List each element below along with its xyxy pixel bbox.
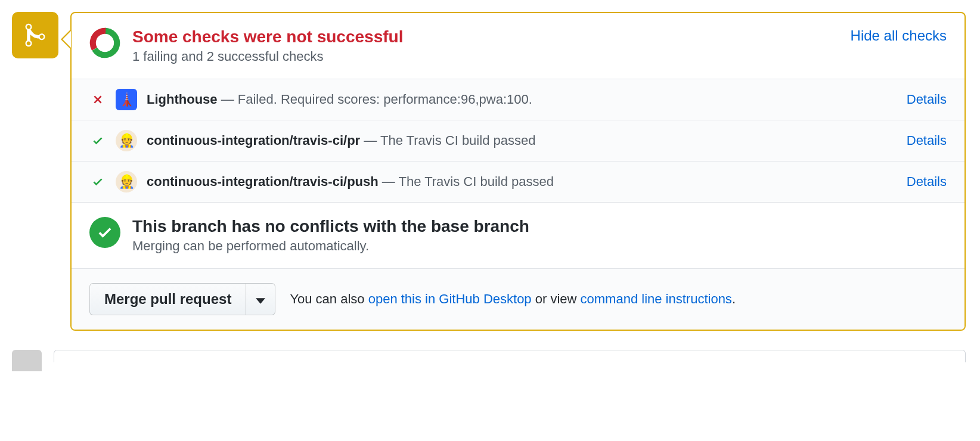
no-conflicts-subtitle: Merging can be performed automatically. bbox=[132, 238, 529, 254]
checks-summary-subtitle: 1 failing and 2 successful checks bbox=[132, 49, 839, 64]
check-details-link[interactable]: Details bbox=[907, 133, 947, 148]
user-avatar bbox=[12, 350, 42, 371]
check-icon bbox=[89, 135, 106, 147]
merge-button-group: Merge pull request bbox=[89, 283, 275, 315]
check-row: 👷continuous-integration/travis-ci/push —… bbox=[72, 162, 965, 203]
travis-app-icon: 👷 bbox=[116, 171, 137, 192]
caret-down-icon bbox=[256, 298, 265, 304]
check-description: continuous-integration/travis-ci/pr — Th… bbox=[147, 133, 897, 148]
check-description: Lighthouse — Failed. Required scores: pe… bbox=[147, 92, 897, 107]
merge-help-text: You can also open this in GitHub Desktop… bbox=[290, 291, 736, 307]
check-description: continuous-integration/travis-ci/push — … bbox=[147, 174, 897, 190]
comment-textarea[interactable] bbox=[54, 350, 966, 362]
checks-list: 🗼Lighthouse — Failed. Required scores: p… bbox=[72, 79, 965, 203]
no-conflicts-title: This branch has no conflicts with the ba… bbox=[132, 217, 529, 236]
merge-icon bbox=[22, 22, 48, 48]
merge-footer: Merge pull request You can also open thi… bbox=[72, 269, 965, 330]
travis-app-icon: 👷 bbox=[116, 130, 137, 151]
check-name: continuous-integration/travis-ci/pr bbox=[147, 133, 364, 148]
checks-summary-title: Some checks were not successful bbox=[132, 27, 839, 46]
checks-summary-header: Some checks were not successful 1 failin… bbox=[72, 13, 965, 79]
check-details-link[interactable]: Details bbox=[907, 174, 947, 190]
status-donut-chart bbox=[89, 27, 120, 58]
check-details-link[interactable]: Details bbox=[907, 92, 947, 107]
check-circle-icon bbox=[89, 217, 120, 248]
check-row: 👷continuous-integration/travis-ci/pr — T… bbox=[72, 120, 965, 162]
command-line-instructions-link[interactable]: command line instructions bbox=[581, 291, 732, 306]
merge-timeline-marker bbox=[12, 12, 58, 58]
merge-pull-request-button[interactable]: Merge pull request bbox=[89, 283, 246, 315]
x-icon bbox=[89, 94, 106, 105]
hide-all-checks-link[interactable]: Hide all checks bbox=[851, 27, 947, 44]
branch-conflict-section: This branch has no conflicts with the ba… bbox=[72, 203, 965, 269]
comment-area-stub bbox=[12, 350, 966, 371]
check-name: Lighthouse bbox=[147, 92, 221, 107]
merge-options-dropdown[interactable] bbox=[246, 283, 275, 315]
check-name: continuous-integration/travis-ci/push bbox=[147, 174, 382, 189]
check-icon bbox=[89, 176, 106, 188]
open-github-desktop-link[interactable]: open this in GitHub Desktop bbox=[368, 291, 532, 306]
check-row: 🗼Lighthouse — Failed. Required scores: p… bbox=[72, 79, 965, 120]
lighthouse-app-icon: 🗼 bbox=[116, 89, 137, 110]
merge-status-panel: Some checks were not successful 1 failin… bbox=[70, 12, 966, 331]
